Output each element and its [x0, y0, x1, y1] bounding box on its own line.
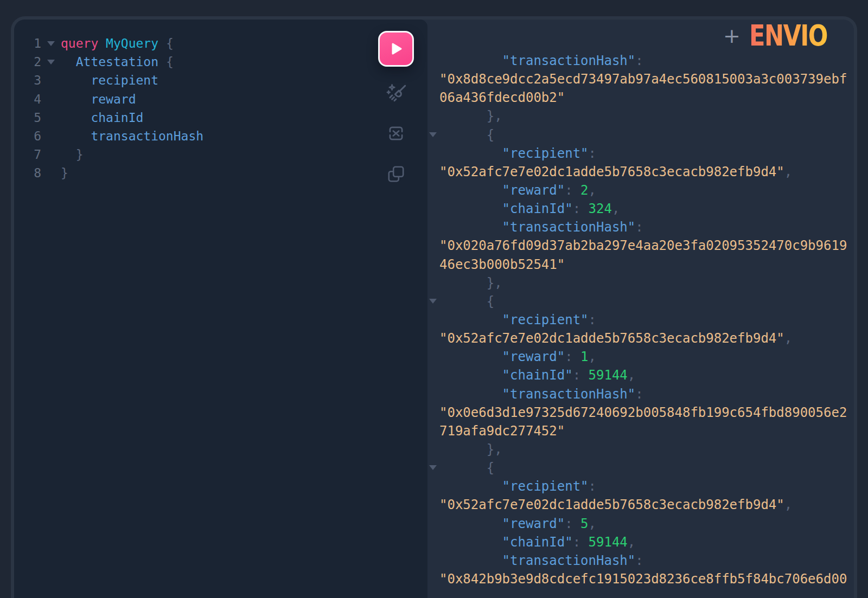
code-text: "chainId": 59144,	[439, 368, 635, 383]
response-line: "0x020a76fd09d37ab2ba297e4aa20e3fa020953…	[439, 236, 846, 255]
line-number: 2	[14, 55, 41, 69]
response-line: "0x0e6d3d1e97325d67240692b005848fb199c65…	[439, 403, 846, 422]
code-text: recipient	[61, 73, 158, 87]
query-line: 1query MyQuery {	[14, 34, 427, 53]
code-text: "transactionHash":	[439, 220, 643, 235]
response-line: "0x52afc7e7e02dc1adde5b7658c3ecacb982efb…	[439, 496, 846, 514]
query-line: 7 }	[14, 145, 427, 164]
chevron-down-icon[interactable]	[47, 60, 55, 65]
line-number: 5	[14, 111, 41, 125]
response-line: "recipient":	[439, 311, 846, 329]
response-pane[interactable]: "transactionHash":"0x8d8ce9dcc2a5ecd7349…	[427, 20, 854, 598]
code-text: },	[439, 275, 502, 291]
line-number: 7	[14, 147, 41, 162]
response-line: "0x842b9b3e9d8cdcefc1915023d8236ce8ffb5f…	[439, 570, 846, 588]
line-number: 8	[14, 166, 41, 180]
line-number: 3	[14, 73, 41, 87]
code-text: "chainId": 324,	[439, 201, 620, 216]
response-line: {	[439, 292, 846, 311]
response-line: "recipient":	[439, 477, 846, 496]
code-text: "0x52afc7e7e02dc1adde5b7658c3ecacb982efb…	[439, 331, 792, 346]
code-text: "0x020a76fd09d37ab2ba297e4aa20e3fa020953…	[439, 238, 847, 253]
execute-query-button[interactable]	[378, 31, 414, 67]
code-text: "transactionHash":	[439, 387, 643, 402]
response-line: },	[439, 440, 846, 459]
line-number: 6	[14, 129, 41, 143]
code-text: "0x52afc7e7e02dc1adde5b7658c3ecacb982efb…	[439, 497, 792, 512]
code-text: Attestation {	[61, 55, 174, 69]
copy-query-button[interactable]	[384, 162, 408, 186]
code-text: {	[439, 127, 494, 143]
code-text: "recipient":	[439, 146, 596, 161]
response-line: {	[439, 126, 846, 144]
response-line: "0x8d8ce9dcc2a5ecd73497ab97a4ec560815003…	[439, 70, 846, 88]
code-text: "0x52afc7e7e02dc1adde5b7658c3ecacb982efb…	[439, 164, 792, 179]
code-text: "recipient":	[439, 312, 596, 327]
code-text: 719afa9dc277452"	[439, 423, 565, 439]
code-text: transactionHash	[61, 129, 203, 143]
envio-logo: ENVIO	[749, 20, 827, 51]
merge-fragments-button[interactable]	[384, 121, 408, 145]
code-text: "reward": 1,	[439, 349, 596, 364]
response-line: "chainId": 59144,	[439, 366, 846, 384]
line-number: 4	[14, 92, 41, 106]
response-line: 46ec3b000b52541"	[439, 255, 846, 274]
sparkle-brush-icon	[385, 82, 408, 105]
response-line: },	[439, 274, 846, 292]
query-editor-pane[interactable]: 1query MyQuery {2 Attestation {3 recipie…	[14, 20, 427, 598]
response-line: "transactionHash":	[439, 385, 846, 403]
chevron-down-icon[interactable]	[429, 299, 437, 304]
line-number: 1	[14, 36, 41, 50]
response-line: "0x52afc7e7e02dc1adde5b7658c3ecacb982efb…	[439, 329, 846, 348]
play-icon	[389, 42, 403, 56]
response-line: 719afa9dc277452"	[439, 422, 846, 440]
code-text: "recipient":	[439, 479, 596, 494]
response-line: "chainId": 59144,	[439, 533, 846, 551]
code-text: 46ec3b000b52541"	[439, 257, 565, 272]
code-text: "reward": 5,	[439, 516, 596, 531]
code-text: "transactionHash":	[439, 53, 643, 68]
code-text: "chainId": 59144,	[439, 535, 635, 550]
response-line: "reward": 1,	[439, 348, 846, 366]
response-line: "0x52afc7e7e02dc1adde5b7658c3ecacb982efb…	[439, 163, 846, 181]
query-line: 2 Attestation {	[14, 53, 427, 71]
chevron-down-icon[interactable]	[47, 41, 55, 46]
response-line: "recipient":	[439, 144, 846, 163]
merge-fragments-icon	[386, 123, 406, 144]
plus-icon: +	[723, 25, 741, 46]
response-line: "transactionHash":	[439, 218, 846, 236]
code-text: }	[61, 147, 84, 162]
fold-gutter	[41, 41, 61, 46]
response-line: "chainId": 324,	[439, 200, 846, 218]
response-line: "transactionHash":	[439, 52, 846, 70]
query-line: 8}	[14, 164, 427, 182]
response-line: {	[439, 459, 846, 477]
code-text: query MyQuery {	[61, 36, 174, 50]
code-text: "0x842b9b3e9d8cdcefc1915023d8236ce8ffb5f…	[439, 571, 847, 587]
chevron-down-icon[interactable]	[429, 465, 437, 470]
playground-card: 1query MyQuery {2 Attestation {3 recipie…	[11, 16, 857, 598]
query-line: 5 chainId	[14, 108, 427, 127]
code-text: 06a436fdecd00b2"	[439, 90, 565, 105]
code-text: "0x0e6d3d1e97325d67240692b005848fb199c65…	[439, 405, 847, 420]
code-text: "transactionHash":	[439, 553, 643, 568]
code-text: },	[439, 108, 502, 124]
code-text: },	[439, 442, 502, 457]
response-line: 06a436fdecd00b2"	[439, 88, 846, 107]
query-line: 4 reward	[14, 90, 427, 108]
query-line: 6 transactionHash	[14, 127, 427, 145]
code-text: chainId	[61, 111, 143, 125]
prettify-query-button[interactable]	[385, 82, 409, 106]
code-text: {	[439, 294, 494, 309]
response-line: "reward": 5,	[439, 515, 846, 533]
add-tab-button[interactable]: +	[722, 26, 742, 46]
code-text: }	[61, 166, 68, 180]
query-line: 3 recipient	[14, 71, 427, 89]
response-line: "transactionHash":	[439, 551, 846, 570]
response-line: "reward": 2,	[439, 181, 846, 200]
code-text: "0x8d8ce9dcc2a5ecd73497ab97a4ec560815003…	[439, 72, 847, 87]
code-text: {	[439, 460, 494, 475]
code-text: "reward": 2,	[439, 183, 596, 198]
chevron-down-icon[interactable]	[429, 132, 437, 137]
copy-icon	[386, 164, 406, 184]
